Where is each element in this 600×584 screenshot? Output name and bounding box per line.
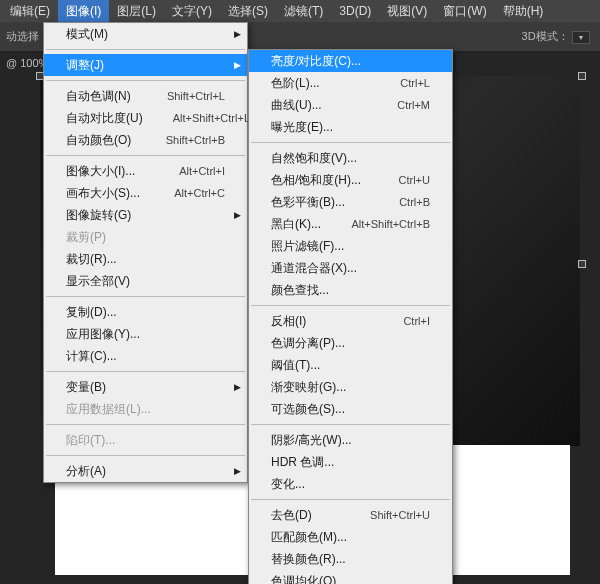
adjustments-submenu: 亮度/对比度(C)...色阶(L)...Ctrl+L曲线(U)...Ctrl+M… — [248, 49, 453, 584]
mode3d-dropdown[interactable]: ▾ — [572, 31, 590, 44]
menubar-item[interactable]: 图层(L) — [109, 0, 164, 23]
menu-item-shortcut: Shift+Ctrl+L — [167, 90, 225, 102]
menu-item-shortcut: Ctrl+L — [400, 77, 430, 89]
menu-item[interactable]: 曝光度(E)... — [249, 116, 452, 138]
chevron-right-icon: ▶ — [234, 466, 241, 476]
menu-item[interactable]: 应用图像(Y)... — [44, 323, 247, 345]
chevron-right-icon: ▶ — [234, 382, 241, 392]
menu-item[interactable]: 计算(C)... — [44, 345, 247, 367]
menu-item-label: 自动色调(N) — [66, 88, 137, 105]
menubar-item[interactable]: 文字(Y) — [164, 0, 220, 23]
menu-item[interactable]: 自动色调(N)Shift+Ctrl+L — [44, 85, 247, 107]
menu-item[interactable]: 去色(D)Shift+Ctrl+U — [249, 504, 452, 526]
menu-item-label: 替换颜色(R)... — [271, 551, 430, 568]
menu-item-label: 模式(M) — [66, 26, 225, 43]
menu-item-label: 曝光度(E)... — [271, 119, 430, 136]
menu-item-label: 应用数据组(L)... — [66, 401, 225, 418]
menu-item[interactable]: 变量(B)▶ — [44, 376, 247, 398]
menu-item-label: 色调均化(Q) — [271, 573, 430, 585]
menu-item[interactable]: 色调均化(Q) — [249, 570, 452, 584]
menu-item[interactable]: 色阶(L)...Ctrl+L — [249, 72, 452, 94]
menu-item-label: 色调分离(P)... — [271, 335, 430, 352]
menu-separator — [46, 371, 245, 372]
menu-separator — [251, 499, 450, 500]
menu-item[interactable]: 自动颜色(O)Shift+Ctrl+B — [44, 129, 247, 151]
menu-item[interactable]: 通道混合器(X)... — [249, 257, 452, 279]
chevron-down-icon: ▾ — [579, 33, 583, 42]
menu-item[interactable]: 黑白(K)...Alt+Shift+Ctrl+B — [249, 213, 452, 235]
menu-item-label: 自动对比度(U) — [66, 110, 143, 127]
menu-item[interactable]: 渐变映射(G)... — [249, 376, 452, 398]
menu-separator — [46, 49, 245, 50]
menu-item[interactable]: 裁切(R)... — [44, 248, 247, 270]
menu-item-label: 阴影/高光(W)... — [271, 432, 430, 449]
menu-item-label: 反相(I) — [271, 313, 373, 330]
menu-item[interactable]: 图像旋转(G)▶ — [44, 204, 247, 226]
menu-item[interactable]: 分析(A)▶ — [44, 460, 247, 482]
menu-item[interactable]: 显示全部(V) — [44, 270, 247, 292]
menu-item[interactable]: 亮度/对比度(C)... — [249, 50, 452, 72]
menu-item-label: 阈值(T)... — [271, 357, 430, 374]
menu-item[interactable]: 色彩平衡(B)...Ctrl+B — [249, 191, 452, 213]
menu-item[interactable]: 颜色查找... — [249, 279, 452, 301]
menu-item-shortcut: Ctrl+B — [399, 196, 430, 208]
menubar-item[interactable]: 选择(S) — [220, 0, 276, 23]
menu-item-label: 变量(B) — [66, 379, 225, 396]
menu-item-label: 匹配颜色(M)... — [271, 529, 430, 546]
menu-item-label: 黑白(K)... — [271, 216, 321, 233]
menu-item[interactable]: 图像大小(I)...Alt+Ctrl+I — [44, 160, 247, 182]
menu-item[interactable]: 变化... — [249, 473, 452, 495]
menu-item[interactable]: 画布大小(S)...Alt+Ctrl+C — [44, 182, 247, 204]
menu-item[interactable]: HDR 色调... — [249, 451, 452, 473]
menubar-item[interactable]: 帮助(H) — [495, 0, 552, 23]
menu-item-label: 可选颜色(S)... — [271, 401, 430, 418]
menu-item-label: 曲线(U)... — [271, 97, 367, 114]
menubar-item[interactable]: 编辑(E) — [2, 0, 58, 23]
menu-item-label: 裁切(R)... — [66, 251, 225, 268]
menubar-item[interactable]: 3D(D) — [331, 1, 379, 21]
menu-item: 裁剪(P) — [44, 226, 247, 248]
menu-item-label: 图像旋转(G) — [66, 207, 225, 224]
menu-item[interactable]: 可选颜色(S)... — [249, 398, 452, 420]
transform-handle[interactable] — [578, 260, 586, 268]
menu-item-label: 去色(D) — [271, 507, 340, 524]
zoom-status: @ 100% — [6, 57, 48, 69]
menu-item-shortcut: Shift+Ctrl+U — [370, 509, 430, 521]
menu-item-label: 色阶(L)... — [271, 75, 370, 92]
menu-item-label: 亮度/对比度(C)... — [271, 53, 430, 70]
menu-item-label: 裁剪(P) — [66, 229, 225, 246]
menu-item-shortcut: Ctrl+I — [403, 315, 430, 327]
menu-item[interactable]: 自然饱和度(V)... — [249, 147, 452, 169]
menu-item[interactable]: 曲线(U)...Ctrl+M — [249, 94, 452, 116]
menu-item-label: 渐变映射(G)... — [271, 379, 430, 396]
menu-item[interactable]: 模式(M)▶ — [44, 23, 247, 45]
menu-item-label: 分析(A) — [66, 463, 225, 480]
menu-item[interactable]: 色相/饱和度(H)...Ctrl+U — [249, 169, 452, 191]
menu-separator — [251, 424, 450, 425]
menu-item-label: 颜色查找... — [271, 282, 430, 299]
menu-separator — [46, 155, 245, 156]
menu-item: 应用数据组(L)... — [44, 398, 247, 420]
menu-item[interactable]: 调整(J)▶ — [44, 54, 247, 76]
menu-item-shortcut: Alt+Ctrl+C — [174, 187, 225, 199]
menu-item-label: 自然饱和度(V)... — [271, 150, 430, 167]
transform-handle[interactable] — [578, 72, 586, 80]
menu-item[interactable]: 复制(D)... — [44, 301, 247, 323]
menu-item[interactable]: 色调分离(P)... — [249, 332, 452, 354]
menu-separator — [46, 80, 245, 81]
menubar-item[interactable]: 图像(I) — [58, 0, 109, 23]
menubar-item[interactable]: 视图(V) — [379, 0, 435, 23]
menu-item[interactable]: 阈值(T)... — [249, 354, 452, 376]
menu-item[interactable]: 照片滤镜(F)... — [249, 235, 452, 257]
menu-item-label: 调整(J) — [66, 57, 225, 74]
menu-item-label: 变化... — [271, 476, 430, 493]
menu-item-label: 画布大小(S)... — [66, 185, 144, 202]
menu-item[interactable]: 阴影/高光(W)... — [249, 429, 452, 451]
menu-item-label: 复制(D)... — [66, 304, 225, 321]
menubar-item[interactable]: 窗口(W) — [435, 0, 494, 23]
menu-item[interactable]: 匹配颜色(M)... — [249, 526, 452, 548]
menu-item[interactable]: 反相(I)Ctrl+I — [249, 310, 452, 332]
menu-item[interactable]: 自动对比度(U)Alt+Shift+Ctrl+L — [44, 107, 247, 129]
menubar-item[interactable]: 滤镜(T) — [276, 0, 331, 23]
menu-item[interactable]: 替换颜色(R)... — [249, 548, 452, 570]
